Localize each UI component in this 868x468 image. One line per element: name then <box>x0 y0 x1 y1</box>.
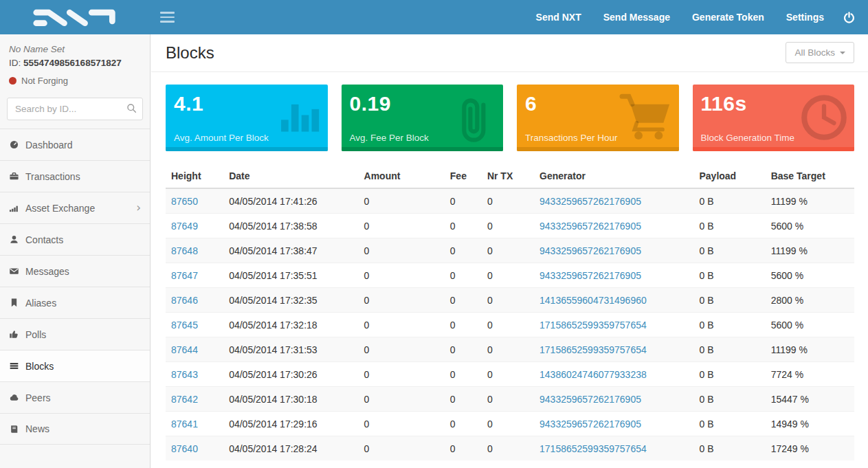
dashboard-icon <box>9 140 25 150</box>
block-height-link[interactable]: 87643 <box>171 369 198 380</box>
column-header-height: Height <box>166 164 223 188</box>
block-generator-link[interactable]: 9433259657262176905 <box>539 419 641 430</box>
sidebar-item-news[interactable]: News › <box>0 413 150 445</box>
block-payload: 0 B <box>693 313 765 337</box>
block-payload: 0 B <box>693 188 765 214</box>
block-height-link[interactable]: 87650 <box>171 196 198 207</box>
sidebar-item-peers[interactable]: Peers › <box>0 381 150 413</box>
sidebar-item-asset-exchange[interactable]: Asset Exchange › <box>0 192 150 223</box>
block-height-link[interactable]: 87649 <box>171 221 198 232</box>
block-generator-link[interactable]: 17158652599359757654 <box>539 443 647 454</box>
block-table-row: 87647 04/05/2014 17:35:51 0 0 0 94332596… <box>166 263 854 288</box>
block-table-row: 87640 04/05/2014 17:28:24 0 0 0 17158652… <box>166 436 854 461</box>
block-amount: 0 <box>359 188 445 214</box>
navbar-link-send-message[interactable]: Send Message <box>592 0 681 34</box>
block-base-target: 5600 % <box>766 263 854 288</box>
forging-status-label: Not Forging <box>21 76 68 86</box>
stat-card-label: Transactions Per Hour <box>525 133 618 143</box>
sidebar-item-messages[interactable]: Messages › <box>0 255 150 287</box>
column-header-base-target: Base Target <box>766 164 854 188</box>
block-amount: 0 <box>359 288 445 313</box>
forging-status: Not Forging <box>9 76 141 86</box>
block-table-row: 87646 04/05/2014 17:32:35 0 0 0 14136559… <box>166 288 854 313</box>
clock-icon <box>799 93 849 145</box>
block-generator-link[interactable]: 14386024746077933238 <box>539 369 647 380</box>
block-amount: 0 <box>359 337 445 362</box>
user-icon <box>9 234 25 245</box>
logout-button[interactable] <box>835 0 868 34</box>
list-bars-icon <box>9 361 25 371</box>
block-date: 04/05/2014 17:32:35 <box>223 288 358 313</box>
stat-card-accent-strip <box>342 147 504 151</box>
block-payload: 0 B <box>693 288 765 313</box>
sidebar-toggle-button[interactable] <box>152 1 183 33</box>
block-height-link[interactable]: 87646 <box>171 295 198 306</box>
block-amount: 0 <box>359 214 445 238</box>
block-generator-link[interactable]: 9433259657262176905 <box>539 196 641 207</box>
sidebar-item-dashboard[interactable]: Dashboard › <box>0 129 150 160</box>
briefcase-icon <box>9 171 25 181</box>
block-nr-tx: 0 <box>482 188 534 214</box>
block-height-link[interactable]: 87641 <box>171 419 198 430</box>
block-nr-tx: 0 <box>482 412 534 436</box>
sidebar: No Name Set ID: 5554749856168571827 Not … <box>0 34 151 468</box>
block-fee: 0 <box>445 288 482 313</box>
sidebar-item-contacts[interactable]: Contacts › <box>0 223 150 255</box>
block-height-link[interactable]: 87640 <box>171 443 198 454</box>
block-amount: 0 <box>359 263 445 288</box>
navbar-link-send-nxt[interactable]: Send NXT <box>525 0 592 34</box>
stat-cards-row: 4.1 Avg. Amount Per Block 0.19 Avg. Fee … <box>166 85 854 151</box>
block-generator-link[interactable]: 9433259657262176905 <box>539 270 641 281</box>
block-table-row: 87644 04/05/2014 17:31:53 0 0 0 17158652… <box>166 337 854 362</box>
nxt-logo[interactable] <box>0 0 151 34</box>
block-fee: 0 <box>445 214 482 238</box>
block-generator-link[interactable]: 9433259657262176905 <box>539 394 641 405</box>
search-input[interactable] <box>7 98 143 120</box>
blocks-filter-dropdown[interactable]: All Blocks <box>786 42 854 63</box>
block-date: 04/05/2014 17:32:18 <box>223 313 358 337</box>
column-header-nr-tx: Nr TX <box>482 164 534 188</box>
sidebar-item-transactions[interactable]: Transactions › <box>0 160 150 192</box>
block-nr-tx: 0 <box>482 436 534 461</box>
block-amount: 0 <box>359 412 445 436</box>
book-icon <box>9 424 25 434</box>
navbar-link-settings[interactable]: Settings <box>775 0 835 34</box>
block-date: 04/05/2014 17:28:24 <box>223 436 358 461</box>
account-panel: No Name Set ID: 5554749856168571827 Not … <box>0 34 150 89</box>
block-height-link[interactable]: 87642 <box>171 394 198 405</box>
block-amount: 0 <box>359 313 445 337</box>
block-height-link[interactable]: 87644 <box>171 344 198 355</box>
block-height-link[interactable]: 87648 <box>171 245 198 256</box>
navbar-link-generate-token[interactable]: Generate Token <box>681 0 775 34</box>
bar-chart-icon <box>280 93 322 135</box>
block-generator-link[interactable]: 17158652599359757654 <box>539 320 647 331</box>
block-base-target: 5600 % <box>766 214 854 238</box>
stat-card-avg-amount-per-block: 4.1 Avg. Amount Per Block <box>166 85 328 151</box>
sidebar-item-aliases[interactable]: Aliases › <box>0 287 150 318</box>
cloud-icon <box>9 392 25 403</box>
block-fee: 0 <box>445 436 482 461</box>
content-header: Blocks All Blocks <box>151 34 868 72</box>
sidebar-item-polls[interactable]: Polls › <box>0 318 150 350</box>
block-fee: 0 <box>445 337 482 362</box>
paperclip-icon <box>452 93 498 149</box>
block-height-link[interactable]: 87645 <box>171 320 198 331</box>
sidebar-menu: Dashboard › Transactions › Asset Exchang… <box>0 129 150 445</box>
stat-card-label: Block Generation Time <box>701 133 795 143</box>
block-base-target: 5600 % <box>766 313 854 337</box>
stat-card-block-generation-time: 116s Block Generation Time <box>693 85 855 151</box>
signal-bars-icon <box>9 203 25 213</box>
block-generator-link[interactable]: 9433259657262176905 <box>539 245 641 256</box>
sidebar-item-blocks[interactable]: Blocks › <box>0 350 150 381</box>
block-nr-tx: 0 <box>482 288 534 313</box>
block-generator-link[interactable]: 17158652599359757654 <box>539 344 647 355</box>
stat-card-accent-strip <box>517 147 679 151</box>
block-height-link[interactable]: 87647 <box>171 270 198 281</box>
block-generator-link[interactable]: 9433259657262176905 <box>539 221 641 232</box>
block-base-target: 7724 % <box>766 362 854 387</box>
block-generator-link[interactable]: 14136559604731496960 <box>539 295 647 306</box>
navbar: Send NXTSend MessageGenerate TokenSettin… <box>0 0 868 34</box>
block-table-row: 87650 04/05/2014 17:41:26 0 0 0 94332596… <box>166 188 854 214</box>
block-nr-tx: 0 <box>482 214 534 238</box>
block-base-target: 15447 % <box>766 387 854 412</box>
